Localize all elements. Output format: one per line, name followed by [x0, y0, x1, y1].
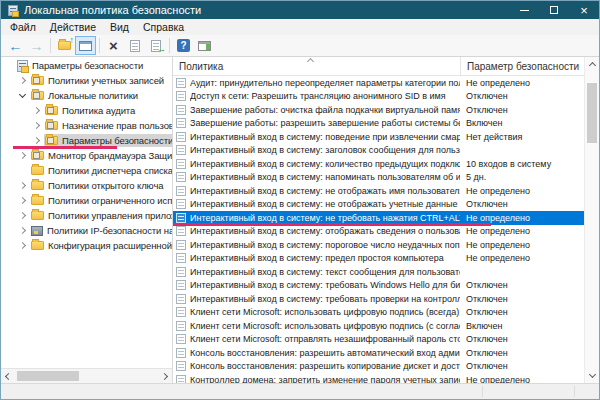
chevron-right-icon[interactable] — [19, 77, 26, 84]
menu-file[interactable]: Файл — [3, 19, 43, 35]
chevron-right-icon[interactable] — [19, 212, 26, 219]
tree-item-content[interactable]: Политики управления приложениями — [30, 209, 172, 222]
minimize-button[interactable] — [509, 1, 539, 19]
vertical-scroll-thumb[interactable] — [587, 83, 597, 143]
tree-item[interactable]: Параметры безопасности — [1, 58, 172, 73]
tree-item-label: Назначение прав пользователя — [62, 120, 172, 131]
tree-item[interactable]: Политика аудита — [1, 103, 172, 118]
tree-item-content[interactable]: Параметры безопасности — [16, 59, 146, 73]
tree-item[interactable]: Локальные политики — [1, 88, 172, 103]
tree-horizontal-scrollbar[interactable] — [1, 368, 172, 383]
security-console-icon — [8, 5, 18, 16]
properties-button[interactable] — [124, 36, 145, 55]
ip-security-icon — [31, 226, 43, 236]
show-console-tree-button[interactable] — [75, 36, 96, 55]
scroll-up-icon[interactable] — [589, 62, 596, 69]
tree-item-content[interactable]: Политики IP-безопасности на "Локальный к… — [30, 224, 172, 237]
chevron-down-icon[interactable] — [19, 91, 26, 98]
horizontal-scroll-thumb[interactable] — [17, 371, 79, 381]
up-arrow-icon: ↑ — [70, 36, 75, 45]
chevron-right-icon[interactable] — [19, 182, 26, 189]
scroll-right-icon[interactable] — [161, 373, 168, 380]
tree-item[interactable]: Монитор брандмауэра Защитника Windows — [1, 148, 172, 163]
tree-item[interactable]: Политики диспетчера списка сетей — [1, 163, 172, 178]
list-row[interactable]: Интерактивный вход в систему: не отображ… — [173, 184, 584, 198]
tree-item-label: Параметры безопасности — [62, 135, 172, 146]
tree-item-content[interactable]: Политики диспетчера списка сетей — [30, 164, 172, 177]
chevron-right-icon[interactable] — [19, 152, 26, 159]
tree-item-content[interactable]: Политики учетных записей — [30, 74, 167, 87]
tree-item[interactable]: Политики ограниченного использования про… — [1, 193, 172, 208]
chevron-right-icon[interactable] — [33, 122, 40, 129]
list-row[interactable]: Клиент сети Microsoft: отправлять незаши… — [173, 333, 584, 347]
tree-item[interactable]: Политики открытого ключа — [1, 178, 172, 193]
list-row[interactable]: Интерактивный вход в систему: количество… — [173, 157, 584, 171]
list-row[interactable]: Клиент сети Microsoft: использовать цифр… — [173, 319, 584, 333]
policy-list: Аудит: принудительно переопределяет пара… — [173, 76, 584, 383]
list-row[interactable]: Интерактивный вход в систему: напоминать… — [173, 171, 584, 185]
list-row[interactable]: Консоль восстановления: разрешить копиро… — [173, 360, 584, 374]
list-row[interactable]: Аудит: принудительно переопределяет пара… — [173, 76, 584, 90]
policy-setting: Не определено — [460, 78, 584, 88]
annotation-underline — [13, 146, 117, 149]
policy-setting: 10 входов в систему — [460, 159, 584, 169]
column-header-setting[interactable]: Параметр безопасности — [461, 57, 584, 75]
list-row[interactable]: Интерактивный вход в систему: заголовок … — [173, 144, 584, 158]
list-row[interactable]: Интерактивный вход в систему: требовать … — [173, 279, 584, 293]
list-row[interactable]: Интерактивный вход в систему: текст сооб… — [173, 265, 584, 279]
help-button[interactable]: ? — [173, 36, 194, 55]
tree-item-content[interactable]: Назначение прав пользователя — [44, 119, 172, 132]
tree-item[interactable]: Политики IP-безопасности на "Локальный к… — [1, 223, 172, 238]
maximize-button[interactable] — [539, 1, 569, 19]
tree-item[interactable]: Назначение прав пользователя — [1, 118, 172, 133]
menu-view[interactable]: Вид — [103, 19, 136, 35]
list-row[interactable]: Завершение работы: очистка файла подкачк… — [173, 103, 584, 117]
tree-item-label: Политики IP-безопасности на "Локальный к… — [47, 225, 172, 236]
list-row[interactable]: Контроллер домена: запретить изменение п… — [173, 373, 584, 383]
tree-item-content[interactable]: Монитор брандмауэра Защитника Windows — [30, 149, 172, 162]
forward-button[interactable]: → — [26, 36, 47, 55]
policy-name: Интерактивный вход в систему: требовать … — [190, 280, 460, 290]
list-row[interactable]: Клиент сети Microsoft: использовать цифр… — [173, 306, 584, 320]
chevron-right-icon[interactable] — [19, 227, 26, 234]
chevron-right-icon[interactable] — [33, 137, 40, 144]
policy-doc-icon — [176, 159, 186, 169]
scroll-down-icon[interactable] — [589, 371, 596, 378]
minimize-icon — [520, 10, 529, 11]
up-one-level-button[interactable]: ↑ — [54, 36, 75, 55]
chevron-right-icon[interactable] — [19, 242, 26, 249]
list-row[interactable]: Интерактивный вход в систему: не требова… — [173, 211, 584, 225]
list-row[interactable]: Интерактивный вход в систему: поведение … — [173, 130, 584, 144]
tree-item[interactable]: Конфигурация расширенной политики аудита — [1, 238, 172, 253]
chevron-right-icon[interactable] — [19, 197, 26, 204]
tree-item-content[interactable]: Конфигурация расширенной политики аудита — [30, 239, 172, 252]
list-row[interactable]: Завершение работы: разрешить завершение … — [173, 117, 584, 131]
maximize-icon — [550, 6, 558, 14]
tree-item-content[interactable]: Политики ограниченного использования про… — [30, 194, 172, 207]
tree-item[interactable]: Параметры безопасности — [1, 133, 172, 148]
close-button[interactable]: × — [569, 1, 599, 19]
list-row[interactable]: Интерактивный вход в систему: отображать… — [173, 225, 584, 239]
menu-help[interactable]: Справка — [136, 19, 191, 35]
column-header-policy[interactable]: Политика — [173, 57, 461, 75]
list-row[interactable]: Консоль восстановления: разрешить автома… — [173, 346, 584, 360]
list-row[interactable]: Интерактивный вход в систему: не отображ… — [173, 198, 584, 212]
list-row[interactable]: Интерактивный вход в систему: требовать … — [173, 292, 584, 306]
back-button[interactable]: ← — [5, 36, 26, 55]
tree-item-content[interactable]: Локальные политики — [30, 89, 141, 102]
tree-item[interactable]: Политики учетных записей — [1, 73, 172, 88]
list-vertical-scrollbar[interactable] — [584, 57, 599, 383]
tree-item-content[interactable]: Политика аудита — [44, 104, 138, 117]
tree-item-content[interactable]: Политики открытого ключа — [30, 179, 166, 192]
list-row[interactable]: Интерактивный вход в систему: предел про… — [173, 252, 584, 266]
policy-setting: Отключен — [460, 105, 584, 115]
list-row[interactable]: Доступ к сети: Разрешить трансляцию анон… — [173, 90, 584, 104]
menu-action[interactable]: Действие — [43, 19, 103, 35]
export-list-button[interactable]: → — [145, 36, 166, 55]
scroll-left-icon[interactable] — [5, 373, 12, 380]
tree-item[interactable]: Политики управления приложениями — [1, 208, 172, 223]
delete-button[interactable]: × — [103, 36, 124, 55]
chevron-right-icon[interactable] — [33, 107, 40, 114]
list-row[interactable]: Интерактивный вход в систему: пороговое … — [173, 238, 584, 252]
show-action-pane-button[interactable] — [194, 36, 215, 55]
